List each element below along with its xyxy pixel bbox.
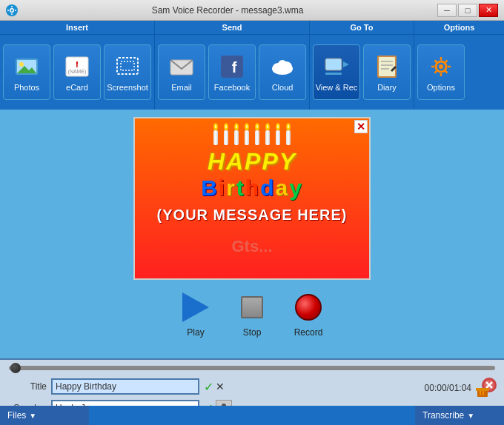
svg-rect-42 <box>476 388 489 391</box>
title-check-icon[interactable]: ✓ <box>204 380 213 394</box>
delete-record-icon <box>474 376 498 400</box>
progress-bar-area <box>6 363 498 373</box>
svg-rect-10 <box>117 58 138 74</box>
toolbar-group-send: Send Email f Facebook <box>155 21 310 110</box>
delete-record-button[interactable] <box>474 376 498 400</box>
play-triangle-icon <box>182 292 209 322</box>
svg-marker-20 <box>343 61 349 67</box>
ecard-icon: I (NAME) <box>64 53 90 80</box>
email-button[interactable]: Email <box>158 44 205 100</box>
viewrec-label: View & Rec <box>316 83 358 92</box>
photos-label: Photos <box>14 83 39 92</box>
toolbar-group-send-label: Send <box>155 21 309 35</box>
your-message: (YOUR MESSAGE HERE) <box>135 204 369 227</box>
stop-button[interactable] <box>235 290 269 324</box>
svg-line-35 <box>445 60 448 62</box>
facebook-label: Facebook <box>214 83 250 92</box>
play-label: Play <box>187 327 204 338</box>
svg-rect-11 <box>121 61 134 70</box>
candle-flame-3 <box>234 123 239 130</box>
title-bar: Sam Voice Recorder - message3.wma ─ □ ✕ <box>0 0 504 21</box>
candle-flame-7 <box>276 123 280 130</box>
toolbar-group-options: Options <box>414 21 504 110</box>
transcribe-chevron-icon: ▼ <box>467 412 474 420</box>
facebook-button[interactable]: f Facebook <box>208 44 256 100</box>
title-label: Title <box>6 381 47 392</box>
viewrec-button[interactable]: View & Rec <box>313 44 360 100</box>
toolbar-send-buttons: Email f Facebook <box>155 35 309 110</box>
toolbar-group-goto-label: Go To <box>310 21 414 35</box>
window-title: Sam Voice Recorder - message3.wma <box>18 5 437 16</box>
svg-rect-23 <box>379 57 395 76</box>
toolbar-group-insert-label: Insert <box>0 21 154 35</box>
svg-point-18 <box>278 60 287 69</box>
title-form-row: Title ✓ ✕ <box>6 378 425 395</box>
card-close-button[interactable]: ✕ <box>354 120 368 133</box>
toolbar: Insert Photos I ( <box>0 21 504 110</box>
svg-line-36 <box>435 70 437 73</box>
candle-4 <box>245 123 249 145</box>
toolbar-goto-buttons: View & Rec Diary <box>310 35 414 110</box>
cloud-button[interactable]: Cloud <box>259 44 306 100</box>
toolbar-group-options-label: Options <box>414 21 504 35</box>
svg-text:f: f <box>232 59 237 76</box>
playback-controls: Play Stop Record <box>179 290 325 338</box>
candle-body-7 <box>276 130 280 145</box>
screenshot-button[interactable]: Screenshot <box>104 44 151 100</box>
diary-icon <box>374 53 400 80</box>
minimize-button[interactable]: ─ <box>437 4 457 17</box>
card-preview: ✕ <box>133 117 371 280</box>
photos-button[interactable]: Photos <box>3 44 50 100</box>
candle-flame-6 <box>265 123 270 130</box>
viewrec-icon <box>323 53 350 80</box>
candle-flame-1 <box>213 123 218 130</box>
candle-flame-4 <box>245 123 249 130</box>
candle-body-2 <box>224 130 228 145</box>
candle-2 <box>224 123 228 145</box>
app-icon <box>6 4 18 16</box>
options-label: Options <box>427 83 455 92</box>
options-icon <box>428 53 454 80</box>
progress-thumb[interactable] <box>10 363 21 373</box>
svg-text:(NAME): (NAME) <box>68 69 87 75</box>
toolbar-group-insert: Insert Photos I ( <box>0 21 155 110</box>
ecard-button[interactable]: I (NAME) eCard <box>53 44 101 100</box>
main-area: ✕ <box>0 110 504 358</box>
watermark: Gts... <box>231 237 272 256</box>
title-action-icons: ✓ ✕ <box>204 380 225 394</box>
toolbar-group-goto: Go To View & Rec <box>310 21 414 110</box>
title-input[interactable] <box>51 378 199 395</box>
happy-text: HAPPY <box>142 148 362 175</box>
candle-body-6 <box>265 130 270 145</box>
diary-label: Diary <box>377 83 397 92</box>
play-button[interactable] <box>179 290 213 324</box>
photos-icon <box>13 53 40 80</box>
title-row: Title ✓ ✕ 00:00/01:04 <box>6 376 498 400</box>
diary-button[interactable]: Diary <box>363 44 411 100</box>
time-display: 00:00/01:04 <box>425 376 498 400</box>
maximize-button[interactable]: □ <box>458 4 477 17</box>
candle-flame-8 <box>286 123 291 130</box>
candle-5 <box>255 123 259 145</box>
options-button[interactable]: Options <box>417 44 465 100</box>
title-x-icon[interactable]: ✕ <box>216 381 225 392</box>
record-button[interactable] <box>291 290 325 324</box>
svg-line-34 <box>445 70 448 73</box>
close-button[interactable]: ✕ <box>479 4 498 17</box>
candle-body-8 <box>286 130 291 145</box>
files-label: Files <box>7 410 26 421</box>
status-transcribe-button[interactable]: Transcribe ▼ <box>415 406 504 425</box>
svg-point-2 <box>11 9 13 11</box>
svg-line-33 <box>435 60 437 62</box>
svg-rect-21 <box>325 73 342 75</box>
candle-body-5 <box>255 130 259 145</box>
stop-label: Stop <box>243 327 262 338</box>
email-icon <box>168 53 195 80</box>
status-bar: Files ▼ Transcribe ▼ <box>0 406 504 425</box>
candle-flame-2 <box>224 123 228 130</box>
progress-track[interactable] <box>9 366 495 370</box>
candle-7 <box>276 123 280 145</box>
toolbar-options-buttons: Options <box>414 35 504 110</box>
screenshot-icon <box>114 53 141 80</box>
status-files-button[interactable]: Files ▼ <box>0 406 89 425</box>
